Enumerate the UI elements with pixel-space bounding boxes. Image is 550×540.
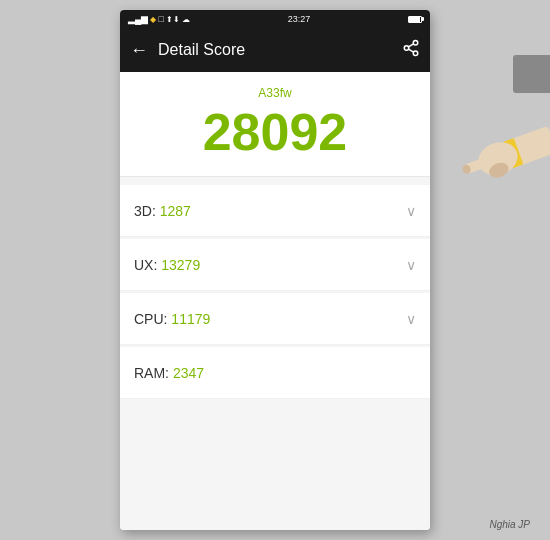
svg-rect-6 [503,138,524,168]
signal-icon: ▂▄▆ [128,14,148,24]
card-decoration [513,55,550,93]
score-row-ux[interactable]: UX: 13279 ∨ [120,239,430,291]
score-label-3d: 3D: 1287 [134,203,191,219]
svg-line-4 [408,44,413,47]
score-list: 3D: 1287 ∨ UX: 13279 ∨ CPU: 11179 ∨ RAM:… [120,185,430,399]
svg-point-10 [487,160,511,180]
watermark: Nghia JP [489,519,530,530]
battery-icon [408,16,422,23]
back-button[interactable]: ← [130,41,148,59]
device-name: A33fw [258,86,291,100]
score-header: A33fw 28092 [120,72,430,177]
score-value-ram: 2347 [173,365,204,381]
chevron-down-icon-cpu: ∨ [406,311,416,327]
total-score: 28092 [203,106,348,158]
share-button[interactable] [402,39,420,61]
carrier-icon: ◆ [150,15,156,24]
score-row-ram[interactable]: RAM: 2347 [120,347,430,399]
time-display: 23:27 [288,14,311,24]
data-icon: ⬆⬇ [166,15,180,24]
status-left: ▂▄▆ ◆ □ ⬆⬇ ☁ [128,14,190,24]
main-content: A33fw 28092 3D: 1287 ∨ UX: 13279 ∨ CPU: … [120,72,430,530]
svg-point-0 [413,41,418,46]
score-row-cpu[interactable]: CPU: 11179 ∨ [120,293,430,345]
svg-point-7 [474,137,523,181]
score-label-cpu: CPU: 11179 [134,311,210,327]
score-label-ux: UX: 13279 [134,257,200,273]
phone-frame: ▂▄▆ ◆ □ ⬆⬇ ☁ 23:27 ← Detail Score [120,10,430,530]
score-value-cpu: 11179 [171,311,210,327]
page-title: Detail Score [158,41,392,59]
status-bar: ▂▄▆ ◆ □ ⬆⬇ ☁ 23:27 [120,10,430,28]
download-icon: ☁ [182,15,190,24]
svg-line-3 [408,49,413,52]
status-right [408,16,422,23]
svg-point-9 [461,164,472,175]
top-bar: ← Detail Score [120,28,430,72]
score-value-ux: 13279 [161,257,200,273]
chevron-down-icon-ux: ∨ [406,257,416,273]
chevron-down-icon-3d: ∨ [406,203,416,219]
svg-rect-5 [503,126,550,169]
score-label-ram: RAM: 2347 [134,365,204,381]
hand-decoration [450,98,550,198]
svg-point-2 [413,51,418,56]
score-row-3d[interactable]: 3D: 1287 ∨ [120,185,430,237]
wifi-icon: □ [158,14,163,24]
svg-rect-8 [463,154,496,174]
score-value-3d: 1287 [160,203,191,219]
svg-point-1 [404,46,409,51]
